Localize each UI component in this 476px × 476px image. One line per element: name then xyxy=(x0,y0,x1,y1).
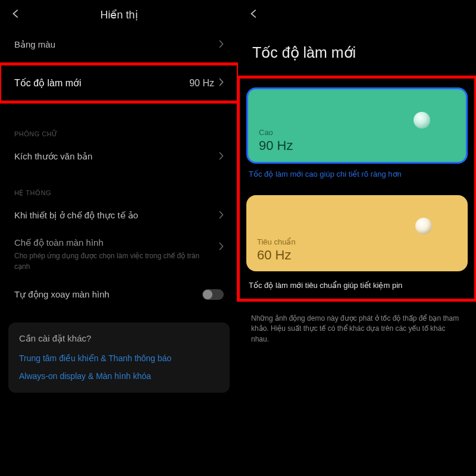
section-header-system: HỆ THỐNG xyxy=(0,171,238,201)
chevron-right-icon xyxy=(219,152,224,162)
option-label: Cao xyxy=(259,128,455,137)
option-high-hint: Tốc độ làm mới cao giúp chi tiết rõ ràng… xyxy=(246,164,468,178)
option-label: Tiêu chuẩn xyxy=(257,237,457,246)
toggle-switch[interactable] xyxy=(202,289,224,300)
option-value: 90 Hz xyxy=(259,138,455,154)
card-link-control-center[interactable]: Trung tâm điều khiển & Thanh thông báo xyxy=(19,353,219,363)
row-auto-rotate: Tự động xoay màn hình xyxy=(0,280,238,309)
row-label: Khi thiết bị ở chế độ thực tế ảo xyxy=(14,210,138,221)
row-text-size[interactable]: Kích thước văn bản xyxy=(0,142,238,171)
demo-ball-icon xyxy=(415,218,432,234)
option-value: 60 Hz xyxy=(257,248,457,263)
row-refresh-rate[interactable]: Tốc độ làm mới 90 Hz xyxy=(0,64,238,102)
chevron-right-icon xyxy=(219,78,224,89)
header xyxy=(238,0,476,30)
row-fullscreen-mode[interactable]: Chế độ toàn màn hình Cho phép ứng dụng đ… xyxy=(0,230,238,280)
toggle-knob xyxy=(203,290,212,299)
row-label: Bảng màu xyxy=(14,39,55,50)
demo-ball-icon xyxy=(414,112,430,129)
row-value-group: 90 Hz xyxy=(189,78,224,89)
row-subtitle: Cho phép ứng dụng được chọn làm việc tro… xyxy=(14,252,199,271)
card-link-aod[interactable]: Always-on display & Màn hình khóa xyxy=(19,371,219,381)
back-icon[interactable] xyxy=(248,7,261,23)
option-standard-hint: Tốc độ làm mới tiêu chuẩn giúp tiết kiệm… xyxy=(246,271,468,290)
option-standard-60hz[interactable]: Tiêu chuẩn 60 Hz xyxy=(246,195,468,271)
row-vr-mode[interactable]: Khi thiết bị ở chế độ thực tế ảo xyxy=(0,201,238,230)
refresh-rate-screen: Tốc độ làm mới Cao 90 Hz Tốc độ làm mới … xyxy=(238,0,476,476)
row-color-scheme[interactable]: Bảng màu xyxy=(0,30,238,60)
row-label: Tốc độ làm mới xyxy=(14,77,82,89)
related-settings-card: Cần cài đặt khác? Trung tâm điều khiển &… xyxy=(8,322,230,393)
section-header-font: PHÔNG CHỮ xyxy=(0,112,238,142)
option-high-90hz[interactable]: Cao 90 Hz xyxy=(246,87,468,164)
row-label: Tự động xoay màn hình xyxy=(14,289,109,300)
row-label: Kích thước văn bản xyxy=(14,151,92,162)
card-question: Cần cài đặt khác? xyxy=(19,333,219,344)
page-title: Hiển thị xyxy=(100,8,137,21)
footnote: Những ảnh động demo này được phát ở tốc … xyxy=(238,300,476,345)
header: Hiển thị xyxy=(0,0,238,30)
refresh-rate-options: Cao 90 Hz Tốc độ làm mới cao giúp chi ti… xyxy=(238,77,476,300)
chevron-right-icon xyxy=(219,40,224,50)
row-label: Chế độ toàn màn hình xyxy=(14,237,224,248)
page-title: Tốc độ làm mới xyxy=(238,30,476,77)
chevron-right-icon xyxy=(219,211,224,221)
back-icon[interactable] xyxy=(10,7,23,23)
display-settings-screen: Hiển thị Bảng màu Tốc độ làm mới 90 Hz P… xyxy=(0,0,238,476)
row-value: 90 Hz xyxy=(189,78,214,89)
chevron-right-icon xyxy=(219,242,224,252)
